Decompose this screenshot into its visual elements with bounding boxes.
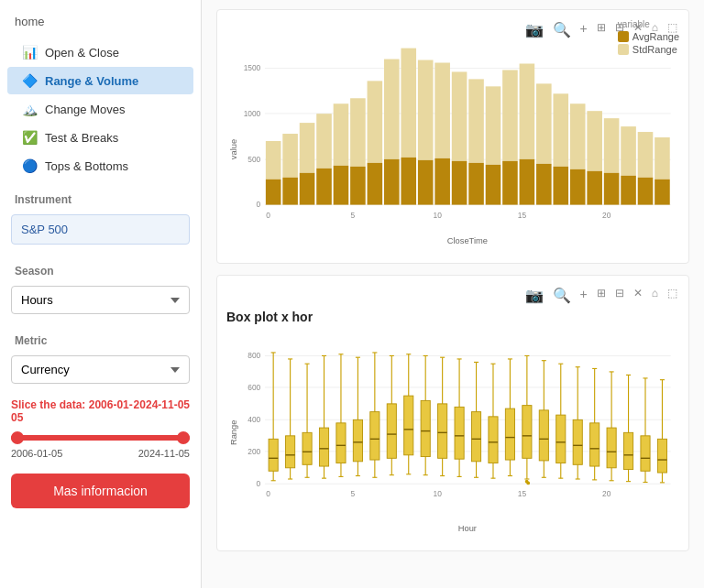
slider-container — [0, 426, 201, 446]
box-rect-3 — [319, 428, 328, 466]
box-chart-title: Box plot x hor — [226, 310, 679, 324]
bar-avg-16 — [536, 164, 552, 205]
bar-avg-8 — [401, 158, 416, 205]
svg-text:1000: 1000 — [244, 109, 261, 118]
bar-std-21 — [621, 126, 636, 176]
camera-icon[interactable]: 📷 — [523, 19, 545, 40]
test-breaks-icon: ✅ — [22, 130, 38, 145]
change-moves-label: Change Moves — [45, 103, 125, 116]
bar-chart-legend: variable AvgRange StdRange — [618, 19, 679, 57]
test-breaks-label: Test & Breaks — [45, 131, 118, 145]
bar-std-6 — [368, 81, 383, 162]
bar-avg-21 — [621, 176, 636, 205]
bar-std-23 — [654, 137, 670, 180]
sidebar-item-tops-bottoms[interactable]: 🔵Tops & Bottoms — [7, 152, 193, 180]
svg-text:value: value — [229, 139, 238, 159]
box-chart-svg: Range 800 600 400 200 0 Hour 0 5 10 15 2… — [226, 332, 679, 542]
season-select[interactable]: Hours Days Weeks Months — [11, 286, 190, 314]
bar-avg-10 — [434, 158, 450, 205]
box-rect-1 — [286, 436, 295, 468]
slider-track[interactable] — [11, 435, 190, 441]
bar-avg-0 — [266, 180, 281, 205]
sidebar-item-range-volume[interactable]: 🔷Range & Volume — [7, 67, 193, 94]
bar-avg-20 — [604, 173, 620, 205]
svg-text:1500: 1500 — [244, 63, 261, 72]
box4-icon[interactable]: ⊟ — [613, 285, 626, 306]
svg-text:800: 800 — [248, 351, 260, 360]
home-label: home — [0, 11, 201, 38]
metric-select[interactable]: Currency Percent Points — [11, 355, 190, 384]
box-rect-22 — [641, 436, 650, 471]
bar-std-7 — [384, 60, 400, 159]
metric-group: Currency Percent Points — [0, 352, 201, 391]
box-rect-14 — [505, 408, 514, 460]
season-label: Season — [0, 252, 201, 282]
bar-avg-15 — [520, 159, 535, 205]
bar-std-5 — [350, 98, 366, 167]
slider-fill — [11, 435, 190, 441]
box3-icon[interactable]: ⊞ — [595, 285, 608, 306]
instrument-value[interactable]: S&P 500 — [11, 214, 190, 245]
box-rect-0 — [269, 439, 278, 471]
box-rect-11 — [455, 407, 464, 459]
box-rect-5 — [353, 419, 362, 461]
home2-icon[interactable]: ⌂ — [650, 285, 660, 306]
box-rect-10 — [438, 404, 447, 458]
zoom-icon[interactable]: 🔍 — [551, 19, 573, 40]
x2-icon[interactable]: ✕ — [632, 285, 644, 306]
box-rect-4 — [336, 423, 346, 463]
bar-std-11 — [452, 71, 468, 160]
box-rect-8 — [404, 396, 413, 455]
bar-avg-5 — [350, 167, 366, 205]
add-icon[interactable]: + — [578, 19, 589, 40]
svg-text:5: 5 — [351, 211, 356, 220]
box-rect-9 — [421, 400, 430, 456]
bar-std-19 — [587, 111, 602, 171]
svg-text:5: 5 — [351, 489, 356, 498]
sidebar-item-change-moves[interactable]: 🏔️Change Moves — [7, 95, 193, 123]
bar-std-9 — [418, 60, 434, 160]
range-volume-icon: 🔷 — [22, 73, 38, 88]
change-moves-icon: 🏔️ — [22, 102, 38, 116]
season-group: Hours Days Weeks Months — [0, 282, 201, 321]
expand2-icon[interactable]: ⬚ — [666, 285, 679, 306]
open-close-icon: 📊 — [22, 45, 38, 60]
box-rect-18 — [573, 419, 582, 464]
bar-avg-3 — [316, 169, 332, 205]
bar-avg-23 — [654, 180, 670, 205]
zoom2-icon[interactable]: 🔍 — [551, 285, 573, 306]
bar-std-17 — [553, 93, 568, 167]
bar-std-0 — [266, 141, 281, 180]
slice-label: Slice the data: 2024-11-052006-01-05 — [0, 391, 201, 426]
legend-title: variable — [618, 19, 679, 29]
box-rect-7 — [387, 404, 396, 458]
svg-text:200: 200 — [248, 447, 260, 456]
bar-std-8 — [401, 49, 416, 158]
bar-avg-22 — [638, 178, 654, 205]
bar-avg-1 — [282, 178, 298, 205]
camera2-icon[interactable]: 📷 — [523, 285, 545, 306]
slider-thumb-right[interactable] — [177, 431, 190, 444]
box-chart-container: 📷 🔍 + ⊞ ⊟ ✕ ⌂ ⬚ Box plot x hor Range 800… — [216, 275, 689, 551]
bar-chart-toolbar: 📷 🔍 + ⊞ ⊟ ✕ ⌂ ⬚ — [226, 19, 679, 40]
bar-avg-9 — [418, 160, 434, 205]
bar-avg-14 — [502, 161, 518, 205]
box-rect-2 — [302, 432, 312, 464]
add2-icon[interactable]: + — [578, 285, 589, 306]
mas-info-button[interactable]: Mas informacion — [11, 474, 190, 508]
bar-chart-container: 📷 🔍 + ⊞ ⊟ ✕ ⌂ ⬚ variable AvgRange StdRan… — [216, 9, 689, 264]
legend-stdrange: StdRange — [618, 44, 679, 55]
svg-text:0: 0 — [257, 479, 261, 488]
bar-avg-4 — [334, 166, 349, 205]
legend-avgrange-color — [618, 31, 629, 42]
bar-std-3 — [316, 114, 332, 169]
svg-text:10: 10 — [434, 211, 443, 220]
sidebar-item-test-breaks[interactable]: ✅Test & Breaks — [7, 124, 193, 151]
date-range-labels: 2006-01-05 2024-11-05 — [0, 446, 201, 461]
box-rect-13 — [489, 417, 498, 463]
sidebar-item-open-close[interactable]: 📊Open & Close — [7, 38, 193, 66]
box-rect-19 — [590, 423, 600, 466]
box-rect-20 — [607, 428, 616, 468]
box1-icon[interactable]: ⊞ — [595, 19, 608, 40]
slider-thumb-left[interactable] — [11, 431, 24, 444]
